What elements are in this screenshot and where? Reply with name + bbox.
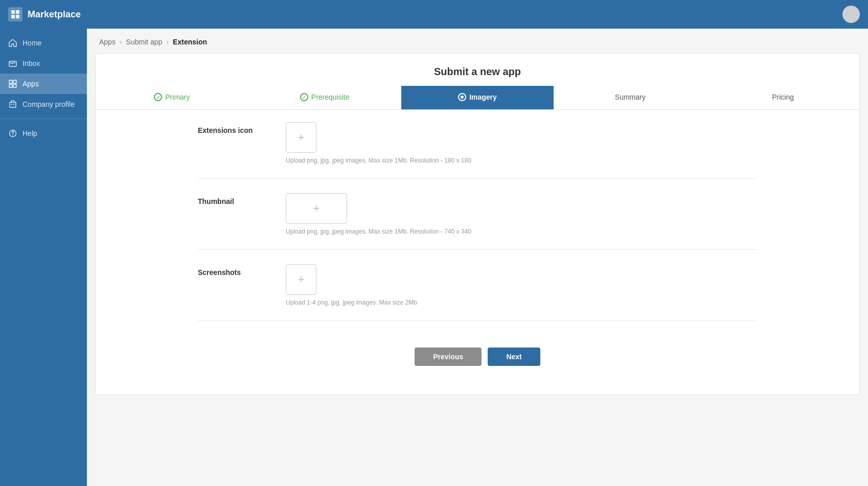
tab-prerequisite-check-icon: ✓ xyxy=(300,93,308,101)
svg-rect-11 xyxy=(13,104,14,105)
breadcrumb-sep-2: › xyxy=(166,38,169,46)
form-card: Submit a new app ✓ Primary ✓ Prerequisit… xyxy=(95,53,860,395)
tab-pricing-label: Pricing xyxy=(772,93,794,101)
tab-summary[interactable]: Summary xyxy=(554,86,706,109)
svg-rect-1 xyxy=(16,10,19,14)
extensions-icon-plus-icon: + xyxy=(298,132,305,143)
thumbnail-control: + Upload png, jpg, jpeg images. Max size… xyxy=(286,193,757,235)
apps-icon xyxy=(8,79,17,88)
form-section-screenshots: Screenshots + Upload 1-4 png, jpg, jpeg … xyxy=(198,264,757,321)
tab-prerequisite[interactable]: ✓ Prerequisite xyxy=(248,86,401,109)
app-title: Marketplace xyxy=(28,9,81,20)
breadcrumb-apps[interactable]: Apps xyxy=(99,38,116,46)
breadcrumb-current: Extension xyxy=(173,38,207,46)
breadcrumb: Apps › Submit app › Extension xyxy=(87,29,868,53)
tab-primary-label: Primary xyxy=(165,93,190,101)
thumbnail-upload[interactable]: + xyxy=(286,193,347,224)
sidebar-item-inbox-label: Inbox xyxy=(22,59,40,67)
thumbnail-label: Thumbnail xyxy=(198,193,269,205)
tab-imagery[interactable]: Imagery xyxy=(401,86,554,109)
svg-rect-5 xyxy=(9,80,12,83)
header-brand: Marketplace xyxy=(8,7,81,21)
inbox-icon xyxy=(8,59,17,68)
svg-rect-8 xyxy=(13,84,16,87)
extensions-icon-label: Extensions icon xyxy=(198,122,269,134)
extensions-icon-control: + Upload png, jpg, jpeg images. Max size… xyxy=(286,122,757,164)
screenshots-control: + Upload 1-4 png, jpg, jpeg images. Max … xyxy=(286,264,757,306)
tab-pricing[interactable]: Pricing xyxy=(706,86,859,109)
svg-rect-9 xyxy=(10,102,16,107)
home-icon xyxy=(8,38,17,48)
screenshots-upload[interactable]: + xyxy=(286,264,316,295)
breadcrumb-sep-1: › xyxy=(120,38,122,46)
button-row: Previous Next xyxy=(198,335,757,382)
form-section-extensions-icon: Extensions icon + Upload png, jpg, jpeg … xyxy=(198,122,757,179)
tab-imagery-label: Imagery xyxy=(469,93,497,101)
svg-rect-6 xyxy=(13,80,16,83)
screenshots-label: Screenshots xyxy=(198,264,269,276)
extensions-icon-upload[interactable]: + xyxy=(286,122,316,153)
tabs-bar: ✓ Primary ✓ Prerequisite Imagery S xyxy=(96,86,859,110)
previous-button[interactable]: Previous xyxy=(415,348,482,366)
screenshots-hint: Upload 1-4 png, jpg, jpeg images. Max si… xyxy=(286,299,757,306)
form-section-thumbnail: Thumbnail + Upload png, jpg, jpeg images… xyxy=(198,193,757,250)
svg-rect-4 xyxy=(9,61,16,66)
sidebar-item-home[interactable]: Home xyxy=(0,33,87,53)
main-content: Apps › Submit app › Extension Submit a n… xyxy=(87,29,868,486)
sidebar-item-company-label: Company profile xyxy=(22,100,75,108)
svg-rect-0 xyxy=(11,10,15,14)
tab-primary[interactable]: ✓ Primary xyxy=(96,86,248,109)
svg-rect-7 xyxy=(9,84,12,87)
tab-primary-check-icon: ✓ xyxy=(154,93,162,101)
thumbnail-plus-icon: + xyxy=(313,203,320,214)
sidebar-item-apps-label: Apps xyxy=(22,80,39,88)
svg-rect-10 xyxy=(11,104,12,105)
app-header: Marketplace xyxy=(0,0,868,29)
extensions-icon-hint: Upload png, jpg, jpeg images. Max size 1… xyxy=(286,157,757,164)
thumbnail-hint: Upload png, jpg, jpeg images. Max size 1… xyxy=(286,228,757,235)
svg-rect-3 xyxy=(16,15,19,18)
thumbnail-row: Thumbnail + Upload png, jpg, jpeg images… xyxy=(198,193,757,235)
user-avatar[interactable] xyxy=(842,6,860,23)
sidebar: Home Inbox xyxy=(0,29,87,486)
form-area: Extensions icon + Upload png, jpg, jpeg … xyxy=(96,110,859,395)
tab-summary-label: Summary xyxy=(615,93,646,101)
sidebar-item-apps[interactable]: Apps xyxy=(0,74,87,94)
marketplace-logo-icon xyxy=(8,7,22,21)
tab-imagery-radio-icon xyxy=(458,93,466,101)
tab-imagery-radio-inner xyxy=(461,96,464,99)
page-heading: Submit a new app xyxy=(96,54,859,86)
sidebar-item-company-profile[interactable]: Company profile xyxy=(0,94,87,114)
sidebar-item-help[interactable]: Help xyxy=(0,123,87,144)
screenshots-plus-icon: + xyxy=(298,274,305,285)
breadcrumb-submit-app[interactable]: Submit app xyxy=(126,38,163,46)
screenshots-row: Screenshots + Upload 1-4 png, jpg, jpeg … xyxy=(198,264,757,306)
help-icon xyxy=(8,129,17,138)
extensions-icon-row: Extensions icon + Upload png, jpg, jpeg … xyxy=(198,122,757,164)
svg-rect-2 xyxy=(11,15,15,18)
sidebar-item-inbox[interactable]: Inbox xyxy=(0,53,87,74)
svg-point-13 xyxy=(12,135,13,135)
company-icon xyxy=(8,100,17,109)
sidebar-item-home-label: Home xyxy=(22,39,41,47)
next-button[interactable]: Next xyxy=(488,348,540,366)
tab-prerequisite-label: Prerequisite xyxy=(311,93,350,101)
sidebar-item-help-label: Help xyxy=(22,129,37,137)
